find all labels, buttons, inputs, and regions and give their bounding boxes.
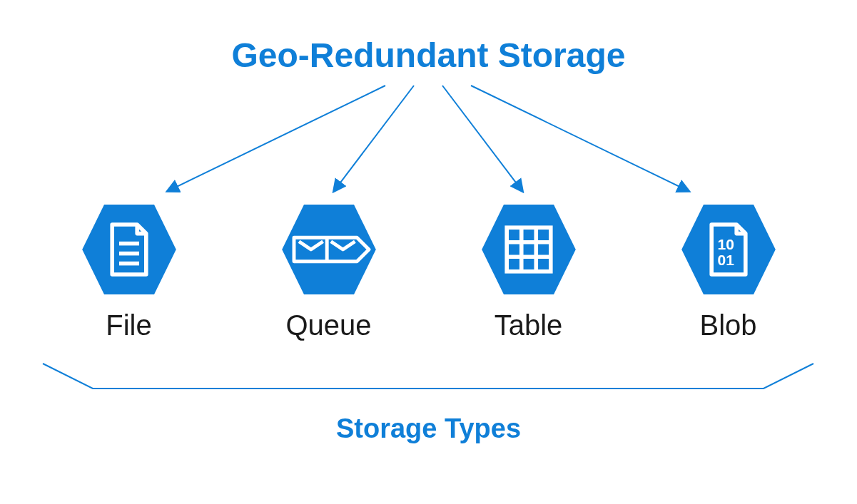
nodes-row: File Queue xyxy=(0,200,857,341)
queue-icon xyxy=(279,200,379,299)
svg-text:10: 10 xyxy=(717,236,734,252)
svg-text:01: 01 xyxy=(717,252,734,268)
svg-line-0 xyxy=(168,86,385,191)
node-table-label: Table xyxy=(495,309,563,341)
svg-marker-8 xyxy=(282,205,376,294)
svg-marker-10 xyxy=(482,205,576,294)
file-icon xyxy=(79,200,179,299)
node-table: Table xyxy=(472,200,586,341)
node-file-label: File xyxy=(106,309,151,341)
node-queue: Queue xyxy=(272,200,386,341)
diagram-title: Geo-Redundant Storage xyxy=(0,36,857,75)
node-blob: 10 01 Blob xyxy=(671,200,786,341)
table-icon xyxy=(479,200,579,299)
svg-line-2 xyxy=(442,86,522,191)
blob-icon: 10 01 xyxy=(679,200,779,299)
svg-line-3 xyxy=(471,86,689,191)
svg-line-1 xyxy=(334,86,414,191)
node-queue-label: Queue xyxy=(285,309,371,341)
node-blob-label: Blob xyxy=(699,309,756,341)
svg-marker-4 xyxy=(82,205,176,294)
node-file: File xyxy=(72,200,186,341)
diagram-footer: Storage Types xyxy=(0,413,857,444)
